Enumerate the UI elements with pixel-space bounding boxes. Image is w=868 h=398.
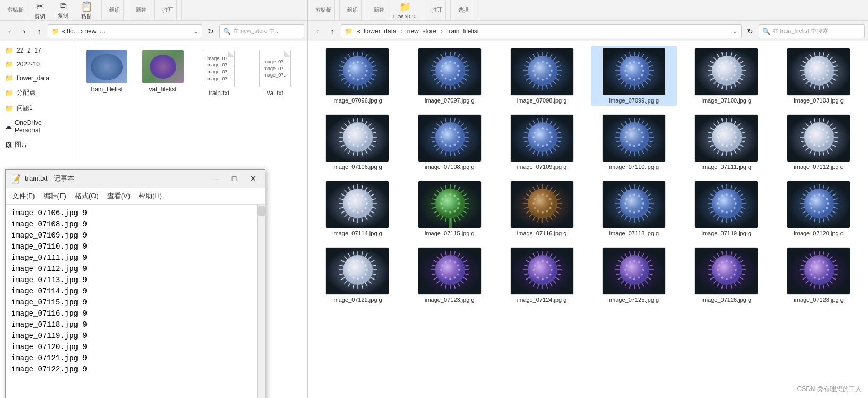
image-item[interactable]: image_07106.jpg g (314, 112, 400, 172)
image-thumb (325, 181, 389, 228)
image-item[interactable]: image_07110.jpg g (591, 112, 677, 172)
notepad-scrollbar[interactable] (257, 205, 265, 398)
svg-point-413 (718, 132, 720, 134)
image-thumb (694, 247, 758, 295)
txt-icon-train: image_07...image_07...image_07...image_0… (203, 50, 235, 87)
image-item[interactable]: image_07108.jpg g (407, 112, 493, 172)
svg-point-718 (349, 265, 351, 267)
svg-point-338 (537, 128, 539, 130)
image-item[interactable]: image_07124.jpg g (499, 245, 585, 305)
scrollbar-thumb[interactable] (258, 206, 265, 216)
new-store-button[interactable]: 📁 new store (390, 0, 419, 21)
organize-label-left: 组织 (106, 0, 124, 20)
qa-item-6[interactable]: 🖼 图片 (0, 137, 74, 153)
folder-thumb-val (142, 50, 184, 83)
svg-point-336 (532, 136, 535, 138)
qa-item-3[interactable]: 📁 分配点 (0, 85, 74, 100)
qa-item-1[interactable]: 📁 2022-10 (0, 57, 74, 71)
image-item[interactable]: image_07100.jpg g (683, 46, 769, 106)
svg-point-607 (638, 194, 640, 197)
file-label-train-filelist: train_filelist (91, 86, 123, 93)
image-label: image_07119.jpg g (701, 230, 751, 236)
image-item[interactable]: image_07128.jpg g (776, 245, 862, 305)
image-item[interactable]: image_07097.jpg g (407, 46, 493, 106)
image-item[interactable]: image_07118.jpg g (591, 179, 677, 239)
svg-point-561 (546, 210, 548, 213)
svg-point-903 (822, 277, 824, 279)
image-item[interactable]: image_07099.jpg g (591, 46, 677, 106)
qa-item-5[interactable]: ☁ OneDrive - Personal (0, 116, 74, 137)
image-label: image_07109.jpg g (517, 164, 567, 170)
svg-point-831 (625, 269, 627, 271)
image-item[interactable]: image_07125.jpg g (591, 245, 677, 305)
refresh-button-right[interactable]: ↻ (744, 25, 757, 38)
svg-point-569 (546, 194, 548, 197)
copy-button[interactable]: ⧉复制 (53, 0, 74, 21)
menu-view[interactable]: 查看(V) (103, 189, 134, 203)
notepad-menu-bar: 文件(F) 编辑(E) 格式(O) 查看(V) 帮助(H) (6, 188, 265, 205)
image-item[interactable]: image_07123.jpg g (407, 245, 493, 305)
menu-help[interactable]: 帮助(H) (134, 189, 166, 203)
image-item[interactable]: image_07114.jpg g (314, 179, 400, 239)
svg-point-719 (353, 261, 355, 263)
image-item[interactable]: image_07111.jpg g (683, 112, 769, 172)
qa-item-2[interactable]: 📁 flower_data (0, 71, 74, 85)
cut-button[interactable]: ✂剪切 (29, 0, 50, 22)
up-button-right[interactable]: ↑ (326, 25, 339, 38)
qa-item-4[interactable]: 📁 问题1 (0, 100, 74, 116)
search-bar-left[interactable]: 🔍 在 new_store 中... (219, 24, 304, 38)
svg-point-486 (353, 210, 355, 213)
back-button-right[interactable]: ‹ (311, 25, 324, 38)
image-item[interactable]: image_07103.jpg g (776, 46, 862, 106)
refresh-button-left[interactable]: ↻ (204, 25, 217, 38)
notepad-title-text: train.txt - 记事本 (25, 174, 203, 183)
image-item[interactable]: image_07126.jpg g (683, 245, 769, 305)
notepad-line: image_07120.jpg 9 (11, 342, 252, 353)
image-item[interactable]: image_07119.jpg g (683, 179, 769, 239)
file-item-val-txt[interactable]: image_07...image_07...image_07... val.tx… (247, 46, 303, 101)
file-item-val-filelist[interactable]: val_filelist (135, 46, 191, 101)
up-button-left[interactable]: ↑ (33, 25, 46, 38)
svg-point-787 (550, 269, 552, 271)
maximize-button[interactable]: □ (227, 173, 242, 184)
search-bar-right[interactable]: 🔍 在 train_filelist 中搜索 (759, 24, 865, 38)
qa-label-1: 2022-10 (16, 61, 40, 68)
organize-group-right: 组织 (340, 0, 366, 20)
path-bar-right[interactable]: 📁 « flower_data › new_store › train_file… (341, 24, 742, 38)
path-bar-left[interactable]: 📁 « flo... › new_... ⌄ (48, 24, 202, 38)
svg-point-874 (734, 265, 736, 267)
svg-point-30 (353, 78, 355, 80)
image-item[interactable]: image_07112.jpg g (776, 112, 862, 172)
image-thumb (418, 247, 482, 295)
image-item[interactable]: image_07096.jpg g (314, 46, 400, 106)
file-item-train-filelist[interactable]: train_filelist (79, 46, 135, 101)
paste-button[interactable]: 📋粘贴 (76, 0, 97, 22)
image-item[interactable]: image_07120.jpg g (776, 179, 862, 239)
notepad-line: image_07106.jpg 9 (11, 208, 252, 219)
svg-point-485 (357, 211, 359, 214)
notepad-content[interactable]: image_07106.jpg 9image_07108.jpg 9image_… (6, 205, 257, 398)
svg-point-142 (638, 78, 640, 80)
svg-point-412 (717, 136, 719, 138)
svg-point-601 (629, 210, 631, 213)
qa-item-0[interactable]: 📁 22_2_17 (0, 44, 74, 57)
close-button[interactable]: ✕ (246, 173, 261, 184)
svg-point-260 (348, 136, 350, 138)
svg-point-491 (357, 193, 359, 196)
svg-point-527 (440, 202, 442, 205)
back-button-left[interactable]: ‹ (3, 25, 16, 38)
image-item[interactable]: image_07109.jpg g (499, 112, 585, 172)
menu-file[interactable]: 文件(F) (8, 189, 39, 203)
image-item[interactable]: image_07122.jpg g (314, 245, 400, 305)
image-item[interactable]: image_07116.jpg g (499, 179, 585, 239)
menu-edit[interactable]: 编辑(E) (39, 189, 71, 203)
svg-point-792 (534, 273, 536, 275)
svg-point-907 (809, 269, 811, 271)
image-item[interactable]: image_07115.jpg g (407, 179, 493, 239)
image-label: image_07114.jpg g (332, 230, 382, 236)
file-item-train-txt[interactable]: image_07...image_07...image_07...image_0… (191, 46, 247, 101)
forward-button-left[interactable]: › (18, 25, 31, 38)
minimize-button[interactable]: ─ (208, 173, 222, 184)
menu-format[interactable]: 格式(O) (71, 189, 103, 203)
image-item[interactable]: image_07098.jpg g (499, 46, 585, 106)
